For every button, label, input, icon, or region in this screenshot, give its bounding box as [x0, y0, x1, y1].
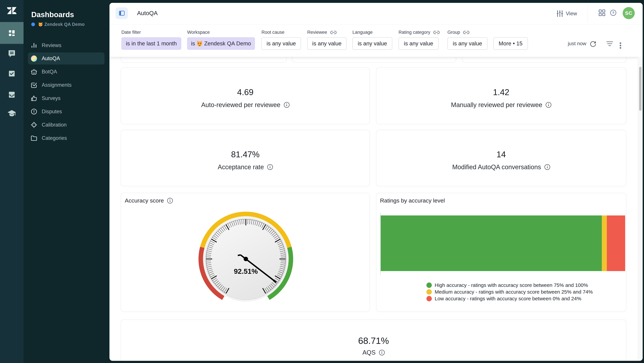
svg-text:?: ? [612, 11, 614, 15]
svg-text:92.51%: 92.51% [234, 267, 258, 275]
